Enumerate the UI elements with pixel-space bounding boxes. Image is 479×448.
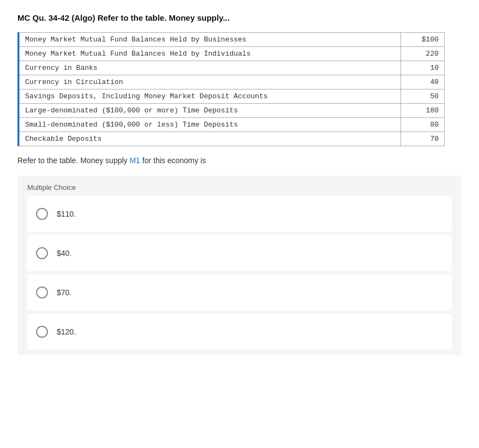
table-row: Checkable Deposits70	[20, 132, 445, 146]
options-container: $110.$40.$70.$120.	[27, 196, 452, 350]
table-cell-label: Checkable Deposits	[20, 132, 401, 146]
table-cell-label: Savings Deposits, Including Money Market…	[20, 89, 401, 104]
data-table: Money Market Mutual Fund Balances Held b…	[19, 32, 445, 146]
table-cell-value: 50	[401, 89, 445, 104]
multiple-choice-section: Multiple Choice $110.$40.$70.$120.	[17, 176, 462, 355]
table-cell-value: $100	[401, 33, 445, 47]
radio-button-opt-a[interactable]	[36, 208, 48, 220]
table-cell-label: Currency in Banks	[20, 61, 401, 75]
table-row: Large-denominated ($100,000 or more) Tim…	[20, 104, 445, 118]
table-cell-label: Large-denominated ($100,000 or more) Tim…	[20, 104, 401, 118]
question-text-plain: Refer to the table. Money supply	[17, 156, 129, 165]
option-row-opt-b[interactable]: $40.	[27, 235, 452, 271]
question-title: MC Qu. 34-42 (Algo) Refer to the table. …	[17, 13, 462, 22]
table-cell-label: Money Market Mutual Fund Balances Held b…	[20, 33, 401, 47]
question-text: Refer to the table. Money supply M1 for …	[17, 156, 462, 165]
table-row: Currency in Banks10	[20, 61, 445, 75]
table-cell-value: 10	[401, 61, 445, 75]
option-label-opt-d: $120.	[57, 327, 76, 336]
table-cell-value: 40	[401, 75, 445, 89]
table-cell-value: 220	[401, 47, 445, 61]
table-row: Small-denominated ($100,000 or less) Tim…	[20, 118, 445, 132]
question-text-highlight: M1	[129, 156, 140, 165]
table-row: Money Market Mutual Fund Balances Held b…	[20, 33, 445, 47]
table-row: Currency in Circulation40	[20, 75, 445, 89]
table-cell-label: Money Market Mutual Fund Balances Held b…	[20, 47, 401, 61]
table-cell-value: 70	[401, 132, 445, 146]
table-row: Savings Deposits, Including Money Market…	[20, 89, 445, 104]
option-label-opt-c: $70.	[57, 288, 71, 297]
option-row-opt-d[interactable]: $120.	[27, 314, 452, 350]
mc-label: Multiple Choice	[27, 183, 452, 192]
table-cell-label: Currency in Circulation	[20, 75, 401, 89]
option-label-opt-a: $110.	[57, 210, 76, 218]
table-row: Money Market Mutual Fund Balances Held b…	[20, 47, 445, 61]
question-text-end: for this economy is	[140, 156, 206, 165]
radio-button-opt-c[interactable]	[36, 286, 48, 298]
option-label-opt-b: $40.	[57, 249, 71, 258]
radio-button-opt-b[interactable]	[36, 247, 48, 259]
table-cell-label: Small-denominated ($100,000 or less) Tim…	[20, 118, 401, 132]
table-cell-value: 180	[401, 104, 445, 118]
option-row-opt-c[interactable]: $70.	[27, 274, 452, 310]
radio-button-opt-d[interactable]	[36, 326, 48, 338]
option-row-opt-a[interactable]: $110.	[27, 196, 452, 232]
table-cell-value: 80	[401, 118, 445, 132]
